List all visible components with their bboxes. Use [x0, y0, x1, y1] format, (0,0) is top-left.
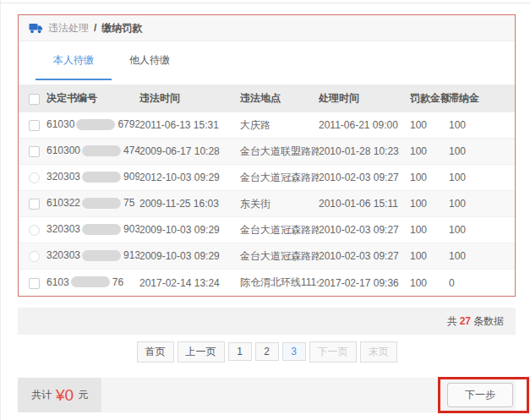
row-checkbox[interactable] [29, 278, 40, 289]
table-row: 3203039092012-10-03 09:29金台大道冠森路路口2010-0… [19, 165, 515, 191]
tab-self-pending[interactable]: 本人待缴 [36, 41, 112, 80]
col-late-fee: 滞纳金 [449, 91, 515, 106]
process-time: 2010-02-03 09:27 [319, 250, 410, 262]
process-time: 2010-01-28 10:23 [319, 145, 410, 157]
red-highlight-annotation: 下一步 [438, 377, 529, 413]
breadcrumb-section: 违法处理 [48, 21, 89, 35]
pagination-item: 下一页 [309, 341, 357, 363]
process-time: 2010-01-06 15:11 [319, 198, 410, 210]
total-count: 27 [457, 315, 473, 327]
violation-panel: 违法处理 / 缴纳罚款 本人待缴 他人待缴 决定书编号 违法时间 违法地点 处理… [18, 14, 516, 297]
row-checkbox[interactable] [29, 120, 40, 131]
row-radio[interactable] [29, 251, 40, 262]
col-violation-time: 违法时间 [139, 91, 240, 106]
breadcrumb-current: 缴纳罚款 [101, 21, 142, 35]
row-radio[interactable] [29, 172, 40, 183]
redaction-blob [82, 198, 121, 209]
late-fee: 0 [449, 277, 515, 289]
content-wrap: 违法处理 / 缴纳罚款 本人待缴 他人待缴 决定书编号 违法时间 违法地点 处理… [18, 14, 516, 412]
summary-bar: 共27条数据 [18, 308, 516, 335]
late-fee: 100 [449, 250, 515, 262]
col-decision-number: 决定书编号 [46, 91, 139, 106]
bottom-bar: 共计 ¥0 元 下一步 [18, 378, 516, 412]
redaction-blob [82, 145, 121, 156]
decision-number: 320303903 [46, 223, 139, 236]
process-time: 2010-02-03 09:27 [319, 172, 410, 183]
violation-time: 2009-06-17 10:28 [139, 145, 240, 157]
decision-number-prefix: 61030 [46, 118, 74, 130]
fine-amount: 100 [410, 119, 449, 131]
fine-amount: 100 [410, 277, 449, 289]
decision-number-suffix: 903 [123, 223, 139, 235]
next-step-button[interactable]: 下一步 [447, 383, 513, 407]
redaction-blob [76, 119, 115, 130]
violation-time: 2009-10-03 09:29 [139, 250, 240, 262]
tab-others-pending[interactable]: 他人待缴 [112, 41, 188, 80]
redaction-blob [71, 276, 110, 287]
redaction-blob [82, 250, 121, 261]
decision-number-prefix: 610322 [46, 197, 80, 209]
summary-prefix: 共 [447, 315, 457, 327]
violation-place: 金台大道联盟路路口 [240, 145, 319, 159]
col-violation-place: 违法地点 [240, 91, 319, 106]
decision-number: 320303913 [46, 249, 139, 262]
summary-suffix: 条数据 [473, 315, 504, 327]
decision-number: 610376 [46, 276, 139, 289]
table-row: 610306792242011-06-13 15:31大庆路2011-06-21… [19, 112, 515, 139]
row-checkbox[interactable] [29, 199, 40, 210]
redaction-blob [82, 172, 121, 183]
total-amount: ¥0 [56, 386, 74, 405]
row-checkbox[interactable] [29, 146, 40, 157]
row-radio[interactable] [29, 225, 40, 236]
violation-time: 2009-10-03 09:29 [139, 224, 240, 236]
violation-place: 金台大道冠森路路口1... [240, 249, 319, 264]
pagination-item[interactable]: 上一页 [178, 341, 225, 363]
violation-time: 2012-10-03 09:29 [139, 172, 240, 183]
decision-number-suffix: 679224 [117, 118, 139, 130]
fine-amount: 100 [410, 172, 449, 183]
table-row: 610322752009-11-25 16:03东关街2010-01-06 15… [19, 191, 515, 217]
pagination-item[interactable]: 1 [228, 342, 252, 361]
table-body: 610306792242011-06-13 15:31大庆路2011-06-21… [19, 112, 515, 296]
breadcrumb: 违法处理 / 缴纳罚款 [19, 15, 515, 41]
violation-place: 陈仓渭北环线111公里... [240, 275, 319, 290]
late-fee: 100 [449, 224, 515, 236]
table-row: 61030047452009-06-17 10:28金台大道联盟路路口2010-… [19, 139, 515, 165]
page-top-divider [1, 3, 530, 3]
late-fee: 100 [449, 198, 515, 210]
col-process-time: 处理时间 [319, 91, 410, 106]
violation-place: 金台大道冠森路路口 [240, 171, 319, 185]
breadcrumb-separator: / [94, 22, 96, 34]
violations-table: 决定书编号 违法时间 违法地点 处理时间 罚款金额 滞纳金 6103067922… [19, 85, 515, 296]
table-header: 决定书编号 违法时间 违法地点 处理时间 罚款金额 滞纳金 [19, 85, 515, 112]
decision-number-prefix: 320303 [46, 223, 80, 235]
fine-amount: 100 [410, 250, 449, 262]
tab-bar: 本人待缴 他人待缴 [19, 41, 515, 80]
violation-time: 2009-11-25 16:03 [139, 198, 240, 210]
total-unit: 元 [78, 388, 88, 402]
total-label: 共计 [31, 388, 52, 402]
pagination: 首页上一页123下一页末页 [18, 341, 516, 363]
process-time: 2011-06-21 09:00 [319, 119, 410, 131]
late-fee: 100 [449, 145, 515, 157]
pagination-item: 末页 [360, 341, 397, 363]
decision-number-prefix: 6103 [46, 276, 69, 288]
decision-number: 61030679224 [46, 118, 139, 131]
decision-number: 6103004745 [46, 145, 139, 157]
fine-amount: 100 [410, 145, 449, 157]
table-row: 3203039032009-10-03 09:29金台大道冠森路路口1...20… [19, 217, 515, 243]
redaction-blob [82, 224, 121, 235]
decision-number-suffix: 4745 [123, 145, 139, 156]
pagination-item[interactable]: 2 [255, 342, 279, 361]
col-fine-amount: 罚款金额 [410, 91, 449, 106]
violation-place: 东关街 [240, 197, 319, 211]
late-fee: 100 [449, 172, 515, 183]
decision-number-suffix: 75 [123, 197, 134, 209]
decision-number-suffix: 913 [123, 249, 139, 261]
decision-number-prefix: 610300 [46, 145, 80, 156]
violation-time: 2011-06-13 15:31 [139, 119, 240, 131]
process-time: 2010-02-03 09:27 [319, 224, 410, 236]
pagination-item[interactable]: 首页 [137, 341, 174, 363]
pagination-current-page[interactable]: 3 [282, 342, 306, 361]
select-all-checkbox[interactable] [29, 94, 40, 105]
